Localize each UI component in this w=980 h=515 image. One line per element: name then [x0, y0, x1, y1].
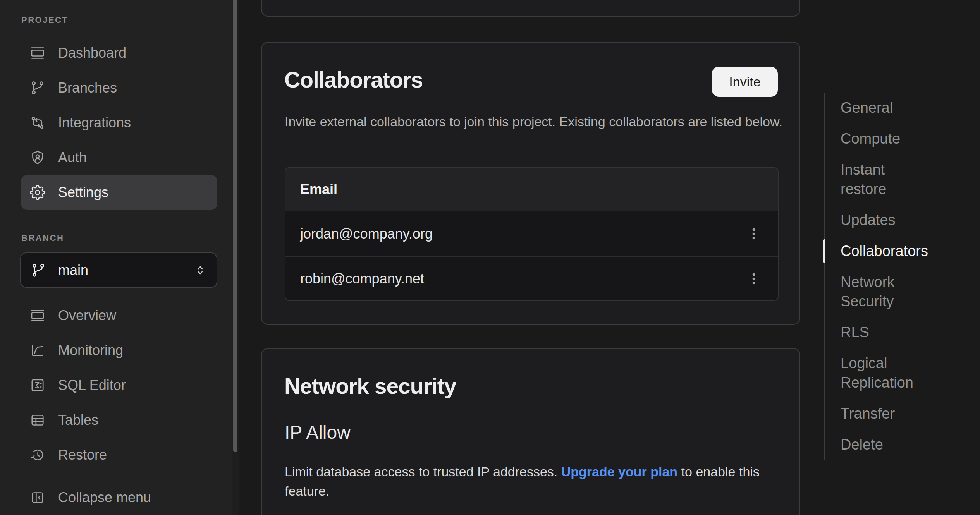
settings-section-nav: General Compute Instant restore Updates …: [824, 93, 948, 460]
section-nav-delete[interactable]: Delete: [841, 435, 934, 454]
previous-card-partial: [261, 0, 800, 17]
branch-icon: [31, 263, 46, 278]
branches-icon: [30, 80, 45, 96]
ip-allow-description: Limit database access to trusted IP addr…: [285, 462, 765, 501]
sql-editor-icon: [30, 378, 45, 393]
sidebar-scrollbar-thumb[interactable]: [233, 0, 237, 452]
branch-selector-value: main: [58, 262, 181, 278]
project-nav: Dashboard Branches Integrations Auth: [0, 36, 232, 210]
collapse-menu-button[interactable]: Collapse menu: [21, 481, 217, 514]
tables-icon: [30, 412, 45, 428]
sidebar-section-branch-label: BRANCH: [21, 233, 64, 243]
row-actions-kebab-button[interactable]: [745, 268, 762, 290]
network-security-title: Network security: [284, 374, 456, 399]
sidebar-item-label: SQL Editor: [58, 377, 126, 393]
sidebar-scrollbar-track: [232, 0, 239, 515]
monitoring-icon: [30, 343, 45, 358]
dashboard-icon: [30, 45, 45, 61]
settings-section-list: General Compute Instant restore Updates …: [841, 98, 948, 454]
email-column-header: Email: [300, 181, 337, 197]
table-row: jordan@company.org: [285, 211, 778, 256]
ip-allow-text-before: Limit database access to trusted IP addr…: [285, 464, 557, 479]
sidebar-section-project-label: PROJECT: [21, 15, 68, 25]
upgrade-plan-link[interactable]: Upgrade your plan: [561, 464, 677, 479]
gear-icon: [30, 185, 45, 200]
sidebar-item-label: Dashboard: [58, 45, 126, 61]
auth-shield-icon: [30, 150, 45, 165]
section-nav-general[interactable]: General: [841, 98, 934, 117]
section-nav-updates[interactable]: Updates: [841, 210, 934, 230]
sidebar-item-label: Monitoring: [58, 342, 123, 359]
sidebar-item-settings[interactable]: Settings: [21, 175, 217, 210]
section-nav-collaborators[interactable]: Collaborators: [841, 241, 934, 261]
network-security-card: Network security IP Allow Limit database…: [261, 348, 800, 515]
section-nav-network-security[interactable]: Network Security: [841, 272, 934, 311]
section-nav-transfer[interactable]: Transfer: [841, 404, 934, 423]
sidebar-item-sql-editor[interactable]: SQL Editor: [21, 368, 217, 403]
collapse-panel-icon: [30, 490, 45, 505]
collaborators-title: Collaborators: [284, 67, 423, 93]
sidebar-item-tables[interactable]: Tables: [21, 403, 217, 438]
ip-allow-subheading: IP Allow: [285, 422, 351, 443]
branch-selector[interactable]: main: [20, 252, 217, 288]
overview-icon: [30, 308, 45, 323]
sidebar-item-label: Restore: [58, 447, 107, 463]
sidebar: PROJECT Dashboard Branches Integrations: [0, 0, 232, 515]
chevron-up-down-icon: [193, 263, 207, 278]
sidebar-item-label: Auth: [58, 149, 87, 166]
branch-nav: Overview Monitoring SQL Editor Tables: [0, 298, 232, 472]
section-nav-rls[interactable]: RLS: [841, 323, 934, 342]
collaborators-table: Email jordan@company.org robin@company.n…: [285, 167, 779, 301]
sidebar-item-integrations[interactable]: Integrations: [21, 105, 217, 140]
console-page: PROJECT Dashboard Branches Integrations: [0, 0, 980, 515]
sidebar-item-label: Integrations: [58, 115, 131, 131]
sidebar-item-label: Settings: [58, 184, 108, 201]
sidebar-item-overview[interactable]: Overview: [21, 298, 217, 333]
section-nav-instant-restore[interactable]: Instant restore: [841, 160, 934, 199]
collaborator-email: jordan@company.org: [300, 226, 433, 242]
sidebar-item-branches[interactable]: Branches: [21, 70, 217, 105]
section-nav-logical-replication[interactable]: Logical Replication: [841, 354, 934, 392]
sidebar-item-auth[interactable]: Auth: [21, 140, 217, 175]
collaborators-card: Collaborators Invite Invite external col…: [261, 42, 800, 325]
restore-icon: [30, 447, 45, 463]
table-header-row: Email: [285, 168, 778, 211]
collapse-menu-label: Collapse menu: [58, 489, 151, 506]
section-nav-compute[interactable]: Compute: [841, 129, 934, 148]
sidebar-item-monitoring[interactable]: Monitoring: [21, 333, 217, 368]
sidebar-divider: [0, 479, 232, 479]
collaborators-description: Invite external collaborators to join th…: [285, 112, 784, 131]
active-section-indicator: [823, 239, 825, 263]
row-actions-kebab-button[interactable]: [745, 223, 762, 245]
sidebar-item-label: Overview: [58, 307, 116, 324]
invite-button[interactable]: Invite: [712, 67, 778, 97]
sidebar-item-dashboard[interactable]: Dashboard: [21, 36, 217, 70]
sidebar-item-label: Branches: [58, 80, 117, 96]
integrations-icon: [30, 115, 45, 130]
collaborator-email: robin@company.net: [300, 271, 424, 287]
table-row: robin@company.net: [285, 256, 778, 300]
sidebar-item-restore[interactable]: Restore: [21, 438, 217, 472]
sidebar-item-label: Tables: [58, 412, 98, 428]
